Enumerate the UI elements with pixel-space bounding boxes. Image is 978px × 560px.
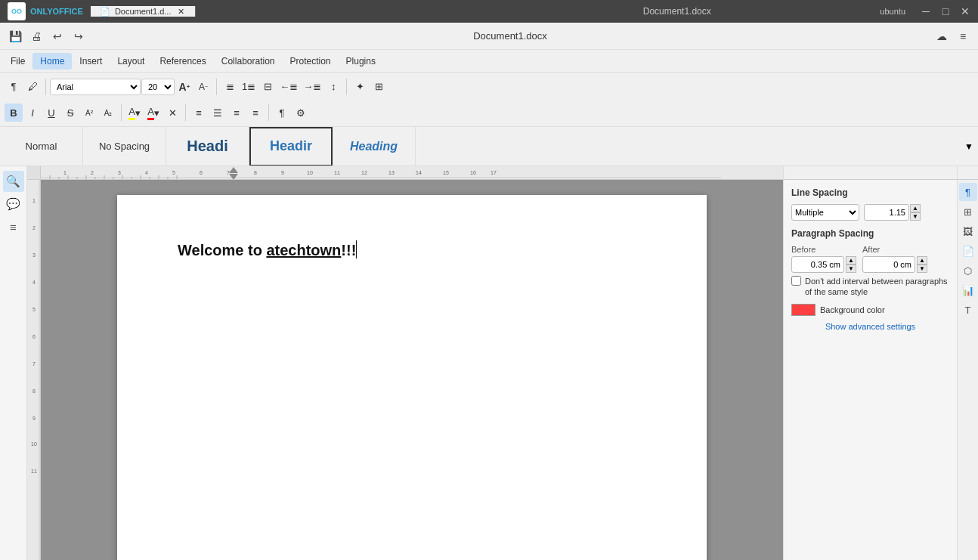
sidebar-navigator-button[interactable]: ≡ <box>3 216 24 237</box>
menu-collaboration[interactable]: Collaboration <box>214 53 283 70</box>
justify-button[interactable]: ≡ <box>246 104 265 122</box>
subscript-button[interactable]: A₂ <box>99 104 117 122</box>
underline-button[interactable]: U <box>42 104 60 122</box>
sidebar-comments-button[interactable]: 💬 <box>3 193 24 215</box>
menu-file[interactable]: File <box>3 53 32 70</box>
borders-button[interactable]: ⊞ <box>370 78 388 96</box>
text-format-group: B I U S A² A₂ <box>5 104 117 122</box>
svg-text:1: 1 <box>32 198 36 203</box>
before-down-button[interactable]: ▼ <box>846 265 856 273</box>
font-size-select[interactable]: 20 <box>141 79 175 95</box>
redo-button[interactable]: ↪ <box>70 27 88 45</box>
print-button[interactable]: 🖨 <box>27 27 45 45</box>
close-button[interactable]: ✕ <box>957 3 973 20</box>
app-name: ONLYOFFICE <box>30 7 83 16</box>
style-normal[interactable]: Normal <box>0 127 83 166</box>
editor-area: // We'll just draw a static ruler inline… <box>27 166 978 560</box>
font-name-select[interactable]: Arial <box>50 79 141 95</box>
background-color-swatch[interactable] <box>791 304 816 316</box>
increase-font-button[interactable]: A+ <box>175 78 193 96</box>
misc-group: ¶ ⚙ <box>273 104 310 122</box>
underlined-word: atechtown <box>266 242 341 258</box>
multilevel-button[interactable]: ⊟ <box>258 78 277 96</box>
ruler-row: // We'll just draw a static ruler inline… <box>27 166 978 180</box>
document-tab[interactable]: 📄 Document1.d... ✕ <box>91 6 197 17</box>
logo-icon: OO <box>8 2 26 20</box>
document-title: Document1.docx <box>91 30 930 42</box>
decrease-font-button[interactable]: A− <box>194 78 212 96</box>
align-center-button[interactable]: ☰ <box>209 104 227 122</box>
menu-insert[interactable]: Insert <box>72 53 110 70</box>
italic-button[interactable]: I <box>23 104 42 122</box>
menu-plugins[interactable]: Plugins <box>339 53 383 70</box>
table-settings-icon[interactable]: ⊞ <box>959 203 977 221</box>
shape-settings-icon[interactable]: ⬡ <box>959 261 977 280</box>
style-heading3[interactable]: Heading <box>333 127 416 166</box>
superscript-button[interactable]: A² <box>80 104 98 122</box>
highlight-icon: A <box>128 106 135 120</box>
save-button[interactable]: 💾 <box>6 27 24 45</box>
paragraph-style-button[interactable]: ¶ <box>5 78 23 96</box>
show-advanced-link[interactable]: Show advanced settings <box>791 322 949 331</box>
background-color-label: Background color <box>820 305 885 314</box>
style-h1-label: Headi <box>187 138 227 155</box>
line-spacing-down-button[interactable]: ▼ <box>910 212 921 221</box>
menu-references[interactable]: References <box>152 53 213 70</box>
before-up-button[interactable]: ▲ <box>846 256 856 265</box>
chart-settings-icon[interactable]: 📊 <box>959 281 977 299</box>
document-container[interactable]: Welcome to atechtown!!! <box>41 180 783 560</box>
sep6 <box>268 104 269 121</box>
vruler-svg: 1 2 3 4 5 6 7 8 9 10 11 <box>27 180 41 560</box>
page-settings-icon[interactable]: 📄 <box>959 242 977 260</box>
numbering-button[interactable]: 1≣ <box>240 78 258 96</box>
font-color-button[interactable]: A▾ <box>144 104 162 122</box>
dont-add-interval-checkbox[interactable] <box>791 276 801 286</box>
sidebar-search-button[interactable]: 🔍 <box>3 171 24 192</box>
svg-text:13: 13 <box>388 170 395 175</box>
before-spacing-input[interactable] <box>791 256 844 273</box>
tab-close-button[interactable]: ✕ <box>175 6 186 17</box>
align-right-button[interactable]: ≡ <box>227 104 246 122</box>
line-spacing-button[interactable]: ↕ <box>324 78 342 96</box>
main-menu-button[interactable]: ≡ <box>954 27 972 45</box>
increase-indent-button[interactable]: →≣ <box>301 78 323 96</box>
clear-format2-button[interactable]: ✕ <box>163 104 181 122</box>
svg-text:17: 17 <box>491 170 497 175</box>
after-down-button[interactable]: ▼ <box>917 265 927 273</box>
after-spacing-input[interactable] <box>862 256 915 273</box>
decrease-indent-button[interactable]: ←≣ <box>277 78 300 96</box>
menu-home[interactable]: Home <box>32 53 72 70</box>
minimize-button[interactable]: ─ <box>918 3 934 20</box>
document-content[interactable]: Welcome to atechtown!!! <box>178 240 646 259</box>
svg-text:5: 5 <box>32 307 36 312</box>
image-settings-icon[interactable]: 🖼 <box>959 222 977 240</box>
highlight-button[interactable]: A▾ <box>125 104 144 122</box>
copy-paste-style-button[interactable]: ⚙ <box>292 104 310 122</box>
line-spacing-type-select[interactable]: Multiple Single 1.5 lines Double At leas… <box>791 204 859 221</box>
after-up-button[interactable]: ▲ <box>917 256 927 265</box>
svg-text:2: 2 <box>32 225 36 230</box>
line-spacing-up-button[interactable]: ▲ <box>910 204 921 212</box>
styles-more-button[interactable]: ▼ <box>960 127 978 166</box>
paragraph-settings-icon[interactable]: ¶ <box>959 183 977 201</box>
maximize-button[interactable]: □ <box>937 3 954 20</box>
text-art-icon[interactable]: T <box>959 301 977 319</box>
save-to-cloud-button[interactable]: ☁ <box>933 27 951 45</box>
style-no-spacing[interactable]: No Spacing <box>83 127 166 166</box>
style-heading2[interactable]: Headir <box>249 127 333 166</box>
copy-style-button[interactable]: 🖊 <box>23 78 42 96</box>
far-right-panel: ¶ ⊞ 🖼 📄 ⬡ 📊 T <box>957 180 978 560</box>
bold-button[interactable]: B <box>5 104 23 122</box>
line-spacing-value-input[interactable]: 1.15 <box>864 204 909 221</box>
nonprinting-button[interactable]: ¶ <box>273 104 291 122</box>
bullets-button[interactable]: ≣ <box>221 78 239 96</box>
style-heading1[interactable]: Headi <box>166 127 249 166</box>
menu-layout[interactable]: Layout <box>110 53 152 70</box>
undo-button[interactable]: ↩ <box>48 27 67 45</box>
svg-text:11: 11 <box>31 469 37 474</box>
strikethrough-button[interactable]: S <box>61 104 79 122</box>
right-ruler-spacer <box>783 166 957 180</box>
clear-format-button[interactable]: ✦ <box>351 78 369 96</box>
align-left-button[interactable]: ≡ <box>190 104 208 122</box>
menu-protection[interactable]: Protection <box>283 53 339 70</box>
